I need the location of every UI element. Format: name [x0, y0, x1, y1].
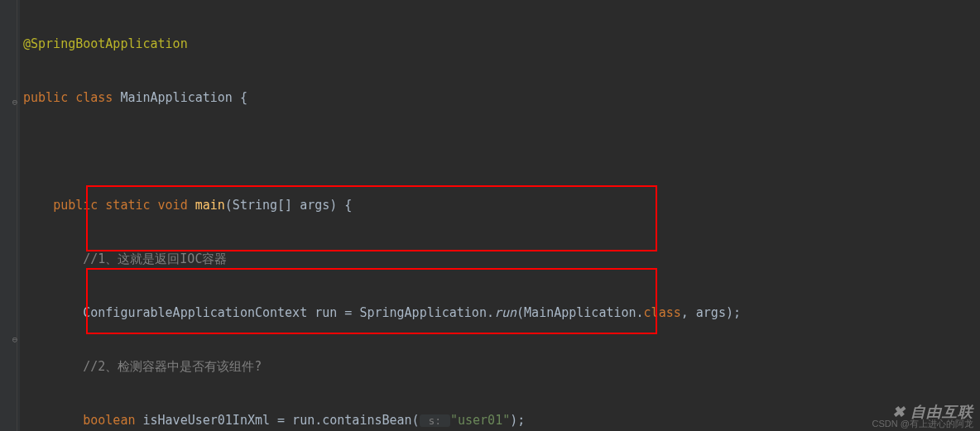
code-text: = run.containsBean(	[270, 413, 420, 428]
code-line: ConfigurableApplicationContext run = Spr…	[23, 299, 741, 327]
watermark: ✖ 自由互联 CSDN @有上进心的阿龙	[872, 406, 973, 429]
code-text: (MainApplication.	[516, 305, 644, 320]
code-line: public static void main(String[] args) {	[23, 192, 741, 219]
comment-token: //2、检测容器中是否有该组件?	[83, 359, 262, 374]
fold-close-icon[interactable]: ⊖	[10, 335, 20, 345]
keyword-token: class	[644, 305, 681, 320]
annotation-token: @SpringBootApplication	[23, 36, 188, 51]
params-token: (String[] args) {	[225, 198, 353, 213]
code-line: //2、检测容器中是否有该组件?	[23, 353, 741, 381]
editor-gutter: ⊖ ⊖	[0, 0, 20, 431]
keyword-token: class	[75, 90, 113, 105]
code-line: boolean isHaveUser01InXml = run.contains…	[23, 407, 741, 432]
code-line: //1、这就是返回IOC容器	[23, 246, 741, 273]
code-text: ConfigurableApplicationContext run = Spr…	[83, 305, 494, 320]
code-line: public class MainApplication {	[23, 84, 741, 112]
gutter-divider	[17, 0, 17, 431]
brace-token: {	[233, 90, 247, 105]
keyword-token: static	[105, 198, 150, 213]
static-call-token: run	[494, 305, 516, 320]
var-token: isHaveUser01InXml	[143, 413, 271, 428]
fold-open-icon[interactable]: ⊖	[10, 98, 20, 108]
keyword-token: boolean	[83, 413, 135, 428]
code-text: );	[510, 413, 525, 428]
string-token: "user01"	[450, 413, 510, 428]
code-line: @SpringBootApplication	[23, 31, 741, 58]
param-hint-token: s:	[420, 414, 450, 427]
code-editor-content[interactable]: @SpringBootApplication public class Main…	[23, 3, 741, 431]
code-line	[23, 138, 741, 165]
code-text: , args);	[681, 305, 741, 320]
watermark-brand: ✖ 自由互联	[872, 406, 973, 418]
keyword-token: public	[53, 198, 98, 213]
watermark-author: CSDN @有上进心的阿龙	[872, 418, 973, 429]
method-name-token: main	[195, 198, 225, 213]
comment-token: //1、这就是返回IOC容器	[83, 251, 227, 266]
keyword-token: void	[158, 198, 188, 213]
keyword-token: public	[23, 90, 68, 105]
class-name-token: MainApplication	[120, 90, 232, 105]
